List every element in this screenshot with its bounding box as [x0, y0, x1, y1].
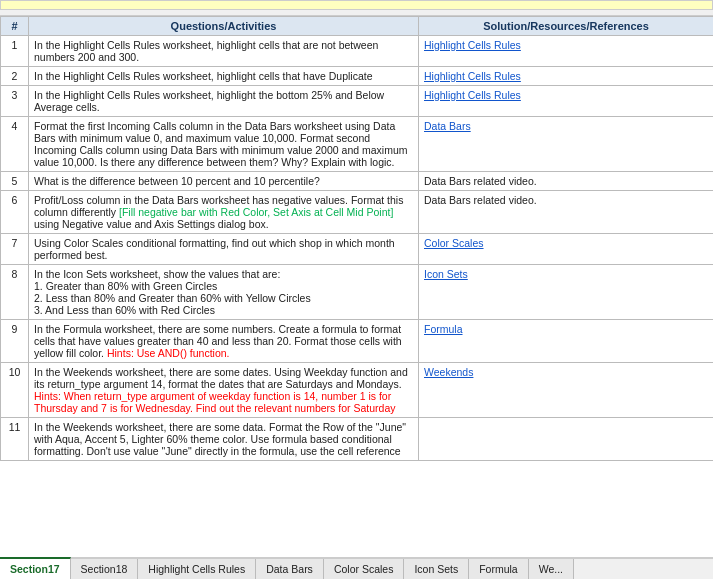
table-row: 8In the Icon Sets worksheet, show the va…	[1, 265, 714, 320]
table-row: 5What is the difference between 10 perce…	[1, 172, 714, 191]
row-solution[interactable]: Color Scales	[419, 234, 714, 265]
table-row: 3In the Highlight Cells Rules worksheet,…	[1, 86, 714, 117]
question-text: In the Icon Sets worksheet, show the val…	[34, 268, 311, 316]
table-row: 7Using Color Scales conditional formatti…	[1, 234, 714, 265]
row-solution: Data Bars related video.	[419, 172, 714, 191]
row-number: 10	[1, 363, 29, 418]
row-question: In the Highlight Cells Rules worksheet, …	[29, 86, 419, 117]
header-questions: Questions/Activities	[29, 17, 419, 36]
solution-link[interactable]: Color Scales	[424, 237, 484, 249]
row-question: In the Formula worksheet, there are some…	[29, 320, 419, 363]
row-solution[interactable]: Icon Sets	[419, 265, 714, 320]
row-solution[interactable]: Formula	[419, 320, 714, 363]
row-question: In the Weekends worksheet, there are som…	[29, 418, 419, 461]
question-hint-text: Hints: Use AND() function.	[107, 347, 230, 359]
question-text: In the Highlight Cells Rules worksheet, …	[34, 39, 378, 63]
row-number: 8	[1, 265, 29, 320]
row-question: Using Color Scales conditional formattin…	[29, 234, 419, 265]
header-num: #	[1, 17, 29, 36]
row-number: 2	[1, 67, 29, 86]
solution-link[interactable]: Highlight Cells Rules	[424, 89, 521, 101]
table-row: 11In the Weekends worksheet, there are s…	[1, 418, 714, 461]
row-solution	[419, 418, 714, 461]
solution-text: Data Bars related video.	[424, 175, 537, 187]
solution-text: Data Bars related video.	[424, 194, 537, 206]
table-row: 9In the Formula worksheet, there are som…	[1, 320, 714, 363]
table-row: 6Profit/Loss column in the Data Bars wor…	[1, 191, 714, 234]
row-question: Format the first Incoming Calls column i…	[29, 117, 419, 172]
question-text: Format the first Incoming Calls column i…	[34, 120, 408, 168]
row-number: 3	[1, 86, 29, 117]
row-number: 5	[1, 172, 29, 191]
main-content: # Questions/Activities Solution/Resource…	[0, 0, 713, 461]
row-solution[interactable]: Highlight Cells Rules	[419, 67, 714, 86]
row-number: 6	[1, 191, 29, 234]
question-text: What is the difference between 10 percen…	[34, 175, 320, 187]
row-number: 4	[1, 117, 29, 172]
question-text-after: using Negative value and Axis Settings d…	[34, 218, 269, 230]
question-text: In the Highlight Cells Rules worksheet, …	[34, 89, 384, 113]
header-solution: Solution/Resources/References	[419, 17, 714, 36]
row-number: 1	[1, 36, 29, 67]
row-solution[interactable]: Data Bars	[419, 117, 714, 172]
question-green-text: [Fill negative bar with Red Color, Set A…	[119, 206, 393, 218]
table-row: 1In the Highlight Cells Rules worksheet,…	[1, 36, 714, 67]
table-row: 10In the Weekends worksheet, there are s…	[1, 363, 714, 418]
main-table: # Questions/Activities Solution/Resource…	[0, 16, 713, 461]
row-question: In the Icon Sets worksheet, show the val…	[29, 265, 419, 320]
row-solution: Data Bars related video.	[419, 191, 714, 234]
row-solution[interactable]: Highlight Cells Rules	[419, 86, 714, 117]
question-hint-text: Hints: When return_type argument of week…	[34, 390, 395, 414]
solution-link[interactable]: Formula	[424, 323, 463, 335]
solution-link[interactable]: Highlight Cells Rules	[424, 70, 521, 82]
top-banner	[0, 0, 713, 10]
question-text: In the Weekends worksheet, there are som…	[34, 366, 408, 390]
solution-link[interactable]: Data Bars	[424, 120, 471, 132]
solution-link[interactable]: Icon Sets	[424, 268, 468, 280]
row-question: Profit/Loss column in the Data Bars work…	[29, 191, 419, 234]
row-number: 11	[1, 418, 29, 461]
row-question: In the Highlight Cells Rules worksheet, …	[29, 67, 419, 86]
row-question: What is the difference between 10 percen…	[29, 172, 419, 191]
question-text: Using Color Scales conditional formattin…	[34, 237, 395, 261]
row-question: In the Weekends worksheet, there are som…	[29, 363, 419, 418]
solution-link[interactable]: Weekends	[424, 366, 473, 378]
table-row: 2In the Highlight Cells Rules worksheet,…	[1, 67, 714, 86]
row-number: 7	[1, 234, 29, 265]
question-text: In the Highlight Cells Rules worksheet, …	[34, 70, 373, 82]
row-question: In the Highlight Cells Rules worksheet, …	[29, 36, 419, 67]
solution-link[interactable]: Highlight Cells Rules	[424, 39, 521, 51]
row-solution[interactable]: Weekends	[419, 363, 714, 418]
row-number: 9	[1, 320, 29, 363]
row-solution[interactable]: Highlight Cells Rules	[419, 36, 714, 67]
question-text: In the Weekends worksheet, there are som…	[34, 421, 406, 457]
table-row: 4Format the first Incoming Calls column …	[1, 117, 714, 172]
